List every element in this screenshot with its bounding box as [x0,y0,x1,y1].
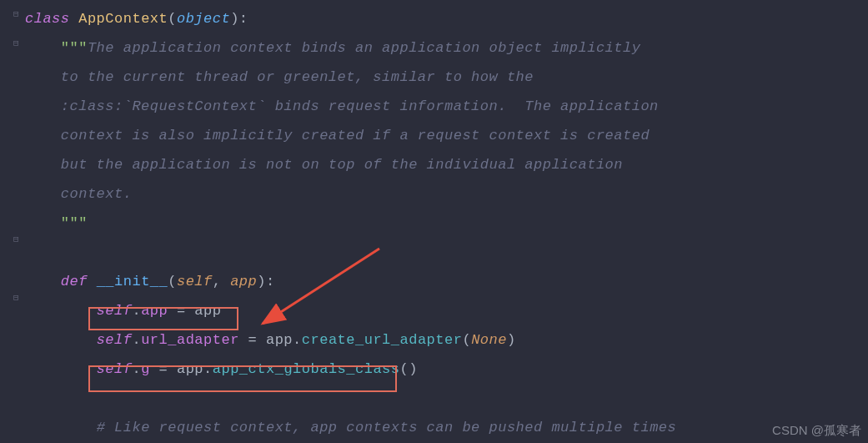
function-name: __init__ [97,274,168,289]
editor-gutter: ⊟ ⊟ ⊟ ⊟ [0,0,22,443]
docstring-line: """The application context binds an appl… [25,33,868,63]
blank-line [25,238,868,267]
docstring-line: context. [25,179,868,209]
docstring-line: but the application is not on top of the… [25,150,868,179]
blank-line [25,384,868,413]
docstring-line: """ [25,209,868,238]
keyword-def: def [61,274,97,289]
docstring-line: :class:`RequestContext` binds request in… [25,92,868,121]
base-class: object [177,11,230,27]
code-line: self.g = app.app_ctx_globals_class() [25,355,868,384]
code-editor[interactable]: class AppContext(object): """The applica… [0,0,868,442]
param-self: self [177,274,213,289]
fold-icon[interactable]: ⊟ [13,8,22,17]
comment-line: # Like request context, app contexts can… [25,413,868,442]
watermark: CSDN @孤寒者 [772,423,861,439]
class-name: AppContext [78,11,168,27]
code-line: class AppContext(object): [25,4,868,33]
code-line: self.app = app [25,296,868,325]
docstring-line: to the current thread or greenlet, simil… [25,63,868,92]
param-app: app [230,274,257,289]
fold-icon[interactable]: ⊟ [13,234,22,242]
keyword-class: class [25,11,78,27]
code-line: self.url_adapter = app.create_url_adapte… [25,325,868,355]
docstring-line: context is also implicitly created if a … [25,121,868,150]
fold-icon[interactable]: ⊟ [13,292,22,300]
code-line: def __init__(self, app): [25,267,868,296]
fold-icon[interactable]: ⊟ [13,38,22,46]
